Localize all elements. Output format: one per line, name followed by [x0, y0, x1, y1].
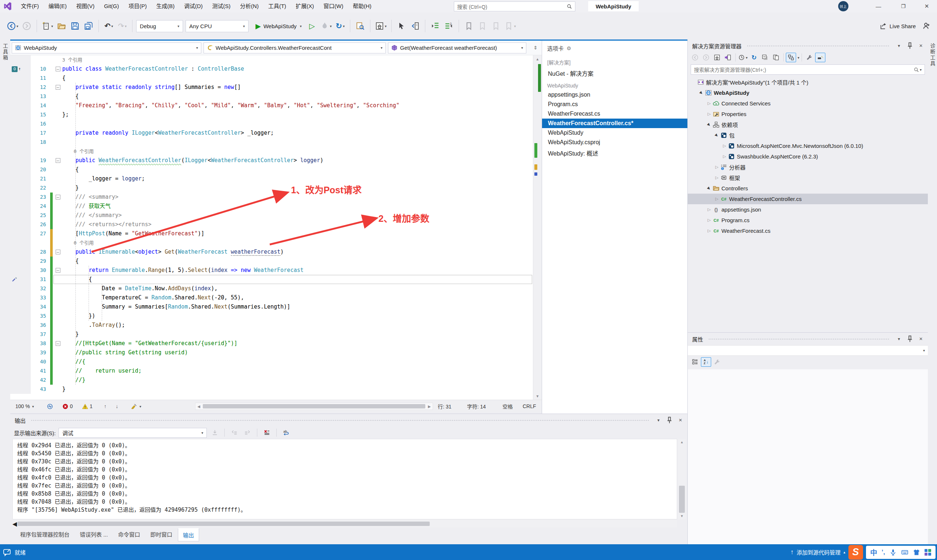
preview-selected-items-button[interactable] — [815, 53, 825, 62]
code-line[interactable]: 26 /// <returns></returns> — [10, 220, 533, 229]
fold-collapse-icon[interactable]: – — [55, 268, 60, 273]
close-icon[interactable]: ✕ — [917, 42, 925, 50]
save-all-button[interactable] — [82, 18, 95, 33]
expand-arrow-icon[interactable]: ▷ — [706, 218, 712, 223]
show-all-files-button[interactable] — [771, 53, 781, 62]
start-debugging-button[interactable]: ▶WebApiStudy▾ — [252, 18, 305, 33]
menu-item[interactable]: 工具(T) — [263, 0, 291, 12]
maximize-button[interactable]: ❐ — [893, 0, 914, 12]
code-line[interactable]: 22 } — [10, 183, 533, 192]
menu-item[interactable]: 帮助(H) — [348, 0, 376, 12]
expand-arrow-icon[interactable]: ▶ — [698, 89, 705, 97]
tree-item[interactable]: ▷i分析器 — [688, 162, 928, 172]
solution-platform-dropdown[interactable]: Any CPU▾ — [186, 20, 249, 32]
ime-punctuation-toggle[interactable]: ’, — [882, 549, 885, 556]
sync-with-active-document-button[interactable] — [786, 53, 796, 62]
tree-item[interactable]: ▶Controllers — [688, 183, 928, 194]
inheritance-margin-icon[interactable]: O — [12, 66, 18, 72]
warning-count-badge[interactable]: 1 — [82, 400, 92, 412]
scroll-down-arrow-icon[interactable]: ▼ — [678, 513, 686, 519]
pending-changes-filter-button[interactable]: ▾ — [738, 53, 748, 62]
line-ending-indicator[interactable]: CRLF — [523, 400, 536, 412]
expand-arrow-icon[interactable]: ▶ — [706, 185, 713, 192]
collapse-all-button[interactable] — [760, 53, 770, 62]
code-line[interactable]: 27 [HttpPost(Name = "GetWeatherForecast"… — [10, 229, 533, 238]
goto-message-button[interactable] — [210, 428, 220, 437]
tree-item[interactable]: ▷Connected Services — [688, 98, 928, 109]
dropdown-caret-icon[interactable]: ▾ — [797, 55, 799, 60]
code-line[interactable]: 16 — [10, 119, 533, 128]
menu-item[interactable]: 扩展(X) — [291, 0, 319, 12]
hot-reload-button[interactable]: ▾ — [319, 18, 333, 33]
tree-item[interactable]: 解决方案"WebApiStudy"(1 个项目/共 1 个) — [688, 77, 928, 88]
close-button[interactable]: ✕ — [917, 0, 937, 12]
ime-toolbox-icon[interactable] — [925, 549, 931, 555]
close-icon[interactable]: ✕ — [917, 335, 925, 343]
document-tab[interactable]: WebApiStudy — [542, 128, 688, 138]
refresh-button[interactable]: ↻ — [749, 53, 759, 62]
code-line[interactable]: 24 /// 获取天气 — [10, 202, 533, 211]
expand-arrow-icon[interactable]: ▷ — [714, 165, 720, 169]
cursor-line-indicator[interactable]: 行: 31 — [438, 400, 451, 412]
member-dropdown[interactable]: Get(WeatherForecast weatherForecast)▾ — [388, 43, 526, 54]
close-icon[interactable]: ✕ — [676, 416, 685, 424]
document-tab[interactable]: WebApiStudy: 概述 — [542, 147, 688, 159]
tree-item[interactable]: ▶依赖项 — [688, 119, 928, 130]
next-issue-button[interactable]: ↓ — [115, 400, 118, 412]
scroll-left-arrow-icon[interactable]: ◀ — [195, 405, 202, 408]
bottom-tab[interactable]: 即时窗口 — [146, 528, 177, 540]
keyboard-icon[interactable] — [901, 549, 908, 556]
bottom-tab[interactable]: 错误列表 ... — [75, 528, 113, 540]
menu-item[interactable]: Git(G) — [99, 0, 124, 12]
document-health-indicator[interactable] — [47, 400, 53, 412]
tree-item[interactable]: ▷Properties — [688, 109, 928, 119]
code-line[interactable]: 33 TemperatureC = Random.Shared.Next(-20… — [10, 293, 533, 302]
scroll-right-arrow-icon[interactable]: ▶ — [426, 405, 432, 408]
code-line[interactable]: 41 // return userid; — [10, 366, 533, 375]
previous-message-button[interactable] — [229, 428, 239, 437]
switch-views-button[interactable] — [723, 53, 733, 62]
window-position-dropdown-icon[interactable]: ▾ — [895, 335, 903, 343]
drag-grip[interactable] — [31, 419, 649, 421]
toggle-word-wrap-button[interactable]: ab — [281, 428, 291, 437]
output-log[interactable]: 线程 0x29d4 已退出，返回值为 0 (0x0)。线程 0x5450 已退出… — [12, 439, 677, 519]
bottom-tab[interactable]: 程序包管理器控制台 — [15, 528, 74, 540]
properties-button[interactable] — [804, 53, 814, 62]
properties-object-dropdown[interactable]: ▾ — [688, 345, 928, 356]
restart-button[interactable]: ↻▾ — [334, 18, 346, 33]
expand-arrow-icon[interactable]: ▷ — [714, 197, 720, 201]
ime-language-toggle[interactable]: 中 — [870, 547, 877, 557]
live-share-button[interactable]: Live Share — [877, 18, 919, 33]
bottom-tab[interactable]: 输出 — [178, 528, 199, 542]
project-dropdown[interactable]: WebApiStudy▾ — [12, 43, 201, 54]
scrollbar-thumb[interactable] — [203, 404, 425, 408]
clear-bookmarks-button[interactable]: ▾ — [503, 18, 517, 33]
scrollbar-thumb[interactable] — [679, 486, 685, 513]
redo-button[interactable]: ↷▾ — [116, 18, 128, 33]
menu-item[interactable]: 窗口(W) — [319, 0, 348, 12]
decrease-indent-button[interactable] — [429, 18, 442, 33]
code-line[interactable]: 40 //{ — [10, 357, 533, 366]
expand-arrow-icon[interactable]: ▷ — [706, 101, 712, 106]
code-line[interactable]: 28– public IEnumerable<object> Get(Weath… — [10, 248, 533, 257]
fold-collapse-icon[interactable]: – — [55, 85, 60, 90]
drag-grip[interactable] — [747, 45, 890, 47]
code-line[interactable]: 32 Date = DateTime.Now.AddDays(index), — [10, 284, 533, 293]
diagnostic-tools-tab[interactable]: 诊断工具 — [929, 43, 936, 67]
navigate-back-button[interactable]: ▾ — [6, 18, 19, 33]
code-cleanup-button[interactable]: ▾ — [131, 400, 141, 412]
codelens-line[interactable]: 0 个引用 — [10, 147, 533, 156]
clear-all-button[interactable] — [262, 428, 272, 437]
next-bookmark-button[interactable] — [490, 18, 502, 33]
code-line[interactable]: 25 /// </summary> — [10, 211, 533, 220]
ime-skin-icon[interactable] — [913, 549, 920, 556]
navigate-forward-button[interactable] — [20, 18, 33, 33]
feedback-icon[interactable] — [3, 548, 11, 556]
code-line[interactable]: 39 //public string Get(string userid) — [10, 348, 533, 357]
document-tab[interactable]: WebApiStudy.csproj — [542, 138, 688, 147]
account-avatar[interactable]: 创上 — [838, 1, 848, 11]
menu-item[interactable]: 编辑(E) — [43, 0, 71, 12]
code-line[interactable]: 21 _logger = logger; — [10, 174, 533, 183]
code-line[interactable]: 31 { — [10, 275, 533, 284]
menu-item[interactable]: 项目(P) — [124, 0, 152, 12]
